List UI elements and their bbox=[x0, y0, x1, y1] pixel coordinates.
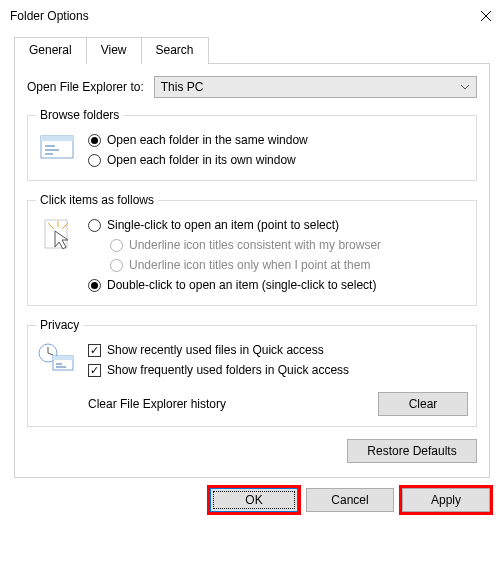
svg-rect-3 bbox=[45, 149, 59, 151]
checkbox-icon bbox=[88, 344, 101, 357]
tab-search[interactable]: Search bbox=[141, 37, 209, 64]
cancel-button[interactable]: Cancel bbox=[306, 488, 394, 512]
privacy-history-icon bbox=[36, 340, 78, 372]
svg-rect-15 bbox=[56, 363, 62, 365]
radio-underline-point-label: Underline icon titles only when I point … bbox=[129, 258, 370, 272]
svg-rect-1 bbox=[41, 136, 73, 141]
radio-same-window-label: Open each folder in the same window bbox=[107, 133, 308, 147]
open-explorer-label: Open File Explorer to: bbox=[27, 80, 144, 94]
radio-icon bbox=[110, 239, 123, 252]
radio-single-click-label: Single-click to open an item (point to s… bbox=[107, 218, 339, 232]
radio-double-click-label: Double-click to open an item (single-cli… bbox=[107, 278, 376, 292]
radio-underline-browser: Underline icon titles consistent with my… bbox=[88, 235, 468, 255]
cancel-button-label: Cancel bbox=[331, 493, 368, 507]
clear-button-label: Clear bbox=[409, 397, 438, 411]
radio-icon bbox=[88, 154, 101, 167]
tab-general[interactable]: General bbox=[14, 37, 87, 64]
browse-folders-group: Browse folders Open each folder in the s… bbox=[27, 108, 477, 181]
apply-button[interactable]: Apply bbox=[402, 488, 490, 512]
radio-single-click[interactable]: Single-click to open an item (point to s… bbox=[88, 215, 468, 235]
clear-button[interactable]: Clear bbox=[378, 392, 468, 416]
folder-window-icon bbox=[36, 130, 78, 160]
click-items-group: Click items as follows Single-click to o… bbox=[27, 193, 477, 306]
open-explorer-row: Open File Explorer to: This PC bbox=[27, 76, 477, 98]
open-explorer-value: This PC bbox=[161, 80, 204, 94]
checkbox-recent-files[interactable]: Show recently used files in Quick access bbox=[88, 340, 468, 360]
checkbox-icon bbox=[88, 364, 101, 377]
tab-view[interactable]: View bbox=[86, 37, 142, 64]
checkbox-frequent-folders-label: Show frequently used folders in Quick ac… bbox=[107, 363, 349, 377]
tab-body-general: Open File Explorer to: This PC Browse fo… bbox=[14, 64, 490, 478]
radio-icon bbox=[88, 219, 101, 232]
checkbox-recent-files-label: Show recently used files in Quick access bbox=[107, 343, 324, 357]
privacy-legend: Privacy bbox=[36, 318, 83, 332]
checkbox-frequent-folders[interactable]: Show frequently used folders in Quick ac… bbox=[88, 360, 468, 380]
dialog-content: General View Search Open File Explorer t… bbox=[0, 32, 504, 478]
clear-history-label: Clear File Explorer history bbox=[88, 397, 226, 411]
apply-button-label: Apply bbox=[431, 493, 461, 507]
radio-icon bbox=[110, 259, 123, 272]
ok-button-label: OK bbox=[245, 493, 262, 507]
ok-button[interactable]: OK bbox=[210, 488, 298, 512]
click-items-legend: Click items as follows bbox=[36, 193, 158, 207]
tab-strip: General View Search bbox=[14, 36, 490, 64]
radio-own-window-label: Open each folder in its own window bbox=[107, 153, 296, 167]
tab-view-label: View bbox=[101, 43, 127, 57]
radio-same-window[interactable]: Open each folder in the same window bbox=[88, 130, 468, 150]
svg-rect-16 bbox=[56, 366, 66, 368]
close-icon[interactable] bbox=[480, 10, 492, 22]
svg-rect-14 bbox=[53, 356, 73, 360]
svg-rect-4 bbox=[45, 153, 53, 155]
tab-search-label: Search bbox=[156, 43, 194, 57]
svg-rect-2 bbox=[45, 145, 55, 147]
radio-underline-point: Underline icon titles only when I point … bbox=[88, 255, 468, 275]
browse-folders-legend: Browse folders bbox=[36, 108, 123, 122]
radio-icon bbox=[88, 279, 101, 292]
tab-general-label: General bbox=[29, 43, 72, 57]
open-explorer-dropdown[interactable]: This PC bbox=[154, 76, 477, 98]
radio-own-window[interactable]: Open each folder in its own window bbox=[88, 150, 468, 170]
window-title: Folder Options bbox=[10, 9, 89, 23]
privacy-group: Privacy Show rece bbox=[27, 318, 477, 427]
dialog-footer: OK Cancel Apply bbox=[0, 478, 504, 524]
restore-defaults-button[interactable]: Restore Defaults bbox=[347, 439, 477, 463]
cursor-click-icon bbox=[36, 215, 78, 253]
radio-underline-browser-label: Underline icon titles consistent with my… bbox=[129, 238, 381, 252]
restore-defaults-label: Restore Defaults bbox=[367, 444, 456, 458]
radio-icon bbox=[88, 134, 101, 147]
radio-double-click[interactable]: Double-click to open an item (single-cli… bbox=[88, 275, 468, 295]
title-bar: Folder Options bbox=[0, 0, 504, 32]
chevron-down-icon bbox=[460, 84, 470, 90]
